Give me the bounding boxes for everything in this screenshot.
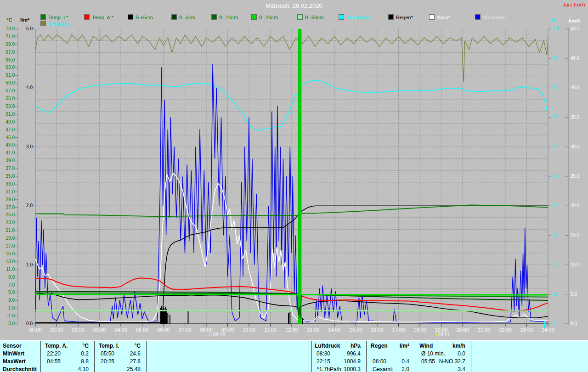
time-axis-label: 16:00 — [367, 327, 387, 333]
time-axis-label: 02:00 — [68, 327, 88, 333]
temp-axis-label: 11.0 — [1, 267, 15, 272]
table-value: 1000.3 — [310, 366, 361, 372]
time-axis-label: 10:00 — [239, 327, 259, 333]
temp-axis-label: 33.0 — [1, 182, 15, 186]
table-col-unit: °C — [94, 343, 141, 349]
table-separator — [40, 341, 41, 372]
sunrise-time: 08:18 — [213, 332, 226, 337]
time-axis-label: 12:00 — [282, 327, 302, 333]
table-col-unit: km/h — [415, 343, 465, 349]
rain-axis-label: 5.0 — [21, 27, 33, 31]
table-value: 0.2 — [40, 350, 89, 357]
temp-axis-label: 27.0 — [1, 205, 15, 210]
axis-labels-layer: 73.071.069.067.065.063.061.059.057.055.0… — [0, 0, 588, 340]
time-axis-label: 03:00 — [90, 327, 110, 333]
table-col-unit: hPa — [310, 343, 361, 349]
temp-axis-label: 73.0 — [1, 27, 15, 31]
table-value: N-NO 32.7 — [415, 358, 465, 365]
temp-axis-label: 35.0 — [1, 174, 15, 179]
temp-axis-label: 29.0 — [1, 197, 15, 202]
temp-axis-label: 65.0 — [1, 58, 15, 62]
temp-axis-label: 47.0 — [1, 128, 15, 132]
summary-table: SensorMinWertMaxWertDurchschnittTemp. A.… — [0, 340, 588, 372]
table-separator — [309, 341, 309, 372]
time-axis-label: 01:00 — [47, 327, 67, 333]
humidity-end-marker — [544, 321, 546, 328]
humidity-axis-label: 20 — [553, 263, 558, 267]
table-value: 27.6 — [94, 358, 141, 365]
temp-axis-label: 61.0 — [1, 73, 15, 78]
table-value: 996.4 — [310, 350, 361, 357]
sunrise-icon: ☼ — [208, 331, 213, 338]
temp-axis-label: 19.0 — [1, 236, 15, 241]
table-value: 3.4 — [415, 366, 465, 372]
table-col-unit: l/m² — [366, 343, 409, 349]
rain-axis-label: 3.0 — [21, 145, 33, 149]
temp-axis-label: 63.0 — [1, 65, 15, 70]
temp-axis-label: 15.0 — [1, 252, 15, 256]
time-axis-label: 21:00 — [474, 327, 494, 333]
humidity-axis-label: 0 — [553, 321, 555, 326]
table-value: 24.6 — [94, 350, 141, 357]
time-axis-label: 15:00 — [346, 327, 366, 333]
temp-axis-label: 21.0 — [1, 228, 15, 233]
time-axis-label: 23:00 — [517, 327, 537, 333]
windspeed-axis-label: 10.0 — [571, 263, 579, 267]
humidity-axis-label: 100 — [553, 27, 560, 31]
table-value: 4.10 — [40, 366, 89, 372]
temp-axis-label: 5.0 — [1, 290, 15, 295]
windspeed-axis-label: 50.0 — [571, 27, 579, 31]
temp-axis-label: 59.0 — [1, 81, 15, 85]
temp-axis-label: 23.0 — [1, 220, 15, 225]
temp-axis-label: 71.0 — [1, 34, 15, 39]
table-col-unit: °C — [40, 343, 89, 349]
weather-app-screen: Mittwoch, 26.02.2020 Jarz Erich °C l/m² … — [0, 0, 588, 372]
humidity-axis-label: 90 — [553, 56, 558, 61]
humidity-axis-label: 70 — [553, 115, 558, 120]
table-separator — [146, 341, 147, 372]
rain-axis-label: 2.0 — [21, 203, 33, 208]
temp-axis-label: -3.0 — [1, 321, 15, 326]
windspeed-axis-label: 20.0 — [571, 203, 579, 208]
table-value: 1004.9 — [310, 358, 361, 365]
temp-axis-label: 41.0 — [1, 151, 15, 155]
table-row-label: MinWert — [3, 350, 24, 357]
temp-axis-label: 51.0 — [1, 112, 15, 117]
humidity-axis-label: 50 — [553, 174, 558, 179]
temp-axis-label: 1.0 — [1, 306, 15, 310]
rain-axis-label: 1.0 — [21, 263, 33, 267]
time-axis-label: 06:00 — [153, 327, 174, 333]
humidity-axis-label: 60 — [553, 145, 558, 149]
sunrise-annotation: ☼08:18 — [208, 331, 226, 338]
time-axis-label: 05:00 — [132, 327, 153, 333]
table-value: 8.8 — [40, 358, 89, 365]
rain-axis-label: 0.0 — [21, 321, 33, 326]
table-separator — [94, 341, 95, 372]
windspeed-axis-label: 45.0 — [571, 56, 579, 61]
table-value: 0.0 — [415, 350, 465, 357]
temp-axis-label: 9.0 — [1, 275, 15, 280]
time-axis-label: 18:00 — [410, 327, 430, 333]
temp-axis-label: 49.0 — [1, 120, 15, 124]
temp-axis-label: 67.0 — [1, 50, 15, 55]
temp-axis-label: 17.0 — [1, 244, 15, 248]
temp-axis-label: 3.0 — [1, 298, 15, 303]
windspeed-axis-label: 25.0 — [571, 174, 579, 179]
time-axis-label: 14:00 — [324, 327, 345, 333]
temp-axis-label: 53.0 — [1, 104, 15, 109]
time-axis-label: 22:00 — [495, 327, 515, 333]
time-axis-label: 20:00 — [452, 327, 473, 333]
temp-axis-label: 69.0 — [1, 42, 15, 47]
humidity-axis-label: 40 — [553, 203, 558, 208]
time-axis-label: 13:00 — [303, 327, 323, 333]
humidity-axis-label: 10 — [553, 292, 558, 297]
windspeed-axis-label: 15.0 — [571, 233, 579, 237]
temp-axis-label: 7.0 — [1, 283, 15, 287]
temp-axis-label: 31.0 — [1, 190, 15, 194]
table-row-label: Durchschnitt — [3, 366, 37, 372]
table-separator — [415, 341, 415, 372]
temp-axis-label: -1.0 — [1, 314, 15, 318]
time-axis-label: 00:00 — [25, 327, 45, 333]
windspeed-axis-label: 5.0 — [571, 292, 577, 297]
rain-axis-label: 4.0 — [21, 85, 33, 90]
